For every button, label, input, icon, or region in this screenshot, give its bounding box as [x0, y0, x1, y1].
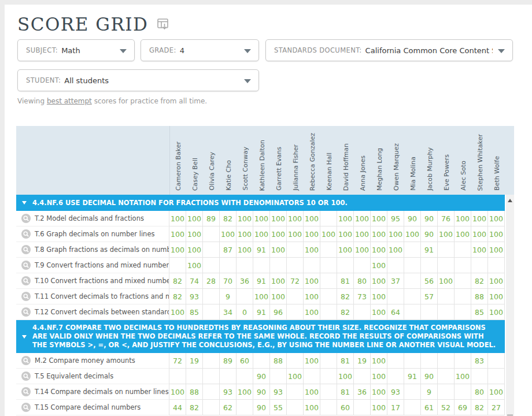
- score-cell: 91: [421, 242, 438, 258]
- student-name-header: Anna Jones: [354, 126, 371, 195]
- student-name-header: Eve Powers: [438, 126, 455, 195]
- score-cell: 82: [169, 289, 186, 304]
- skill-label-text: T.14 Compare decimals on number lines: [35, 388, 169, 396]
- scroll-up-arrow-icon[interactable]: [508, 199, 512, 202]
- table-row: T.15 Compare decimal numbers448262905510…: [16, 400, 505, 415]
- score-cell: [203, 258, 220, 273]
- score-cell: 91: [253, 304, 270, 320]
- score-cell: 100: [371, 400, 387, 415]
- grid-header-row: Cameron BakerCasey BellOlivia CareyKatie…: [16, 126, 514, 195]
- score-cell: 9: [421, 384, 438, 400]
- table-row: T.14 Compare decimals on number lines100…: [16, 384, 505, 400]
- score-cell: 81: [337, 384, 354, 400]
- subject-filter-dropdown[interactable]: SUBJECT: Math: [17, 39, 135, 61]
- table-row: T.9 Convert fractions and mixed numbers.…: [16, 258, 505, 273]
- score-cell: [203, 369, 220, 384]
- export-grid-button[interactable]: [156, 17, 172, 34]
- skill-label-link[interactable]: T.8 Graph fractions as decimals on numb.…: [16, 242, 169, 258]
- grade-filter-dropdown[interactable]: GRADE: 4: [141, 39, 259, 61]
- score-cell: 56: [421, 273, 438, 289]
- score-cell: 72: [169, 353, 186, 369]
- score-cell: 100: [488, 226, 505, 242]
- best-attempt-link[interactable]: best attempt: [47, 97, 92, 105]
- score-cell: 93: [220, 384, 237, 400]
- student-name: Julianna Fisher: [293, 144, 299, 191]
- magnifier-icon: [21, 245, 31, 254]
- score-cell: 100: [488, 273, 505, 289]
- score-cell: 100: [169, 384, 186, 400]
- score-cell: 100: [337, 211, 354, 226]
- score-cell: 9: [220, 289, 237, 304]
- score-cell: [320, 304, 337, 320]
- score-cell: 100: [371, 258, 387, 273]
- magnifier-icon: [21, 403, 31, 412]
- score-cell: 36: [354, 384, 371, 400]
- score-cell: [404, 304, 421, 320]
- skill-label-link[interactable]: T.2 Model decimals and fractions: [16, 211, 169, 226]
- magnifier-icon: [21, 229, 31, 239]
- skill-label-link[interactable]: T.10 Convert fractions and mixed number.…: [16, 273, 169, 289]
- score-cell: [237, 258, 253, 273]
- score-cell: 100: [371, 353, 387, 369]
- score-cell: 82: [471, 400, 488, 415]
- skill-label-link[interactable]: M.2 Compare money amounts: [16, 353, 169, 369]
- score-cell: 100: [438, 273, 455, 289]
- student-name: Kathleen Dalton: [259, 140, 265, 191]
- score-cell: [404, 289, 421, 304]
- skill-label-text: T.12 Convert decimals between standard .…: [35, 308, 169, 316]
- score-cell: 100: [287, 369, 304, 384]
- score-cell: 100: [169, 304, 186, 320]
- score-cell: 44: [169, 400, 186, 415]
- score-cell: 100: [404, 226, 421, 242]
- score-cell: 100: [371, 304, 387, 320]
- grid-scrollbar[interactable]: [506, 195, 514, 416]
- student-name-header: Scott Conway: [237, 126, 254, 195]
- score-cell: 100: [304, 289, 320, 304]
- score-cell: 100: [220, 226, 237, 242]
- skill-label-link[interactable]: T.5 Equivalent decimals: [16, 369, 169, 384]
- score-cell: [354, 400, 371, 415]
- skill-label-link[interactable]: T.14 Compare decimals on number lines: [16, 384, 169, 400]
- score-cell: [354, 369, 371, 384]
- score-cell: 100: [371, 369, 387, 384]
- skill-label-link[interactable]: T.9 Convert fractions and mixed numbers.…: [16, 258, 169, 273]
- skill-label-link[interactable]: T.15 Compare decimal numbers: [16, 400, 169, 415]
- skill-label-text: T.8 Graph fractions as decimals on numb.…: [35, 246, 169, 254]
- score-cell: [287, 400, 304, 415]
- score-cell: [354, 258, 371, 273]
- score-cell: [220, 258, 237, 273]
- standards-document-filter-dropdown[interactable]: STANDARDS DOCUMENT: California Common Co…: [265, 39, 513, 61]
- score-cell: 100: [304, 384, 320, 400]
- chevron-down-icon: [244, 49, 251, 53]
- page: SCORE GRID SUBJECT: Math GRADE: 4 STAN: [0, 0, 532, 416]
- score-cell: 100: [488, 242, 505, 258]
- score-cell: 100: [253, 289, 270, 304]
- score-cell: 62: [220, 400, 237, 415]
- student-name: Beth Wolfe: [494, 156, 500, 191]
- score-cell: 100: [455, 226, 471, 242]
- subject-filter-label: SUBJECT:: [26, 46, 58, 54]
- student-filter-dropdown[interactable]: STUDENT: All students: [17, 69, 259, 91]
- score-cell: 90: [253, 400, 270, 415]
- score-cell: 19: [186, 353, 203, 369]
- section-header-bar[interactable]: 4.4.NF.6 USE DECIMAL NOTATION FOR FRACTI…: [16, 195, 505, 211]
- score-cell: 100: [304, 226, 320, 242]
- score-cell: [354, 304, 371, 320]
- grid-corner-cell: [16, 126, 169, 195]
- skill-label-link[interactable]: T.11 Convert decimals to fractions and m…: [16, 289, 169, 304]
- student-name: Keenan Hall: [326, 153, 332, 191]
- score-cell: [387, 289, 404, 304]
- score-cell: 89: [220, 353, 237, 369]
- chevron-down-icon: [498, 49, 505, 53]
- score-cell: [320, 353, 337, 369]
- score-cell: 100: [186, 226, 203, 242]
- score-cell: 100: [237, 384, 253, 400]
- section-header-bar[interactable]: 4.4.NF.7 COMPARE TWO DECIMALS TO HUNDRED…: [16, 320, 505, 353]
- score-cell: [320, 242, 337, 258]
- student-name: David Hoffman: [343, 143, 349, 191]
- score-cell: 100: [337, 369, 354, 384]
- grade-filter-value: 4: [180, 46, 184, 55]
- skill-label-link[interactable]: T.6 Graph decimals on number lines: [16, 226, 169, 242]
- skill-label-link[interactable]: T.12 Convert decimals between standard .…: [16, 304, 169, 320]
- score-cell: [404, 242, 421, 258]
